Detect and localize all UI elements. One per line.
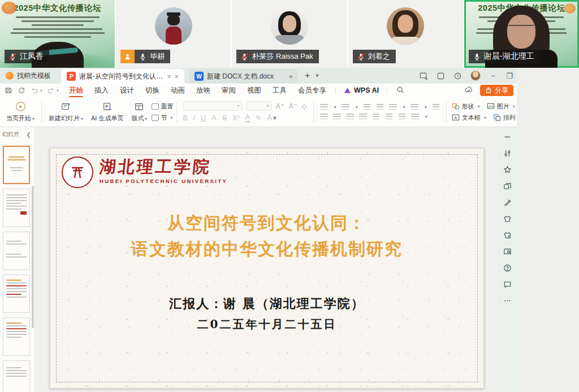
shapes-button[interactable]: 形状▾ [452, 102, 480, 111]
menu-view[interactable]: 视图 [241, 84, 267, 97]
share-button[interactable]: 分享 [480, 85, 513, 96]
text-direction-icon[interactable] [389, 104, 397, 110]
shapes-panel-icon[interactable] [503, 182, 512, 190]
phonetic-guide-button[interactable]: Ä▾ [267, 114, 276, 122]
tab-list-chevron-icon[interactable]: ▼ [314, 73, 319, 79]
font-color-button[interactable]: A [245, 113, 250, 123]
cloud-sync-icon[interactable] [464, 86, 473, 95]
play-from-current-button[interactable]: 当页开始▾ [2, 102, 38, 123]
new-slide-button[interactable]: 新建幻灯片▾ [45, 102, 87, 123]
numbered-list-icon[interactable] [342, 104, 349, 110]
quickbar-chevron-icon[interactable]: ▾ [57, 88, 59, 93]
justify-icon[interactable] [359, 114, 367, 120]
slide[interactable]: 湖北理工学院 HUBEI POLYTECHNIC UNIVERSITY 从空间符… [50, 148, 484, 389]
slide-thumbnail-3[interactable] [3, 232, 30, 270]
textbox-button[interactable]: A 文本框▾ [452, 114, 486, 122]
participant-tile-4[interactable]: 刘着之 [348, 0, 463, 68]
name-tag: 毕耕 [135, 50, 170, 63]
convert-smartart-icon[interactable] [433, 104, 439, 110]
strikethrough-button[interactable]: S [222, 114, 227, 122]
section-button[interactable]: 节▾ [152, 114, 174, 122]
tab-close-icon[interactable]: × [174, 72, 179, 81]
theme-clothes-icon[interactable] [503, 215, 512, 223]
menu-member[interactable]: 会员专享 [292, 84, 332, 97]
decrease-indent-icon[interactable] [364, 104, 370, 110]
reset-button[interactable]: 重置 [152, 102, 174, 111]
italic-button[interactable]: I [193, 114, 195, 122]
undo-icon[interactable] [31, 86, 38, 94]
menu-review[interactable]: 审阅 [216, 84, 241, 97]
history-clock-icon[interactable] [453, 72, 462, 80]
avatar [271, 7, 308, 45]
save-icon[interactable] [5, 86, 12, 94]
participant-tile-3[interactable]: 朴莱莎 Raissa Pak [232, 0, 347, 68]
more-icon[interactable] [503, 297, 512, 305]
undo-chevron-icon[interactable]: ▾ [40, 88, 42, 93]
layout-button[interactable]: 版式▾ [127, 102, 151, 123]
material-brush-icon[interactable] [503, 198, 512, 207]
line-spacing-icon[interactable] [411, 104, 418, 110]
menu-slideshow[interactable]: 放映 [191, 84, 216, 97]
slide-canvas[interactable]: 湖北理工学院 HUBEI POLYTECHNIC UNIVERSITY 从空间符… [35, 127, 498, 392]
char-shadow-button[interactable]: A [211, 114, 216, 122]
slide-thumbnail-6[interactable] [3, 360, 30, 392]
screenshot-icon[interactable] [420, 72, 428, 80]
menu-animation[interactable]: 动画 [165, 84, 191, 97]
help-icon[interactable] [503, 264, 512, 272]
align-right-icon[interactable] [346, 114, 354, 120]
tab-presentation[interactable]: P 谢晨-从空间符号到文化认同： ≡ × [61, 69, 184, 84]
increase-indent-icon[interactable] [377, 104, 383, 110]
favorites-star-icon[interactable] [503, 165, 512, 174]
search-icon[interactable] [396, 86, 404, 95]
highlight-color-button[interactable]: ✎ [256, 114, 261, 122]
align-center-icon[interactable] [333, 114, 341, 120]
distribute-icon[interactable] [411, 114, 419, 120]
skin-clothes-icon[interactable] [503, 231, 512, 239]
indent-right-icon[interactable] [399, 114, 405, 120]
slide-thumbnail-5[interactable] [3, 317, 30, 356]
redo-icon[interactable] [47, 86, 55, 94]
font-name-select[interactable] [183, 101, 242, 111]
slide-thumbnail-2[interactable] [3, 189, 30, 227]
font-size-select[interactable] [247, 101, 271, 111]
window-restore-icon[interactable]: ❐ [505, 72, 513, 80]
window-minimize-icon[interactable]: − [489, 72, 497, 80]
columns-icon[interactable] [373, 114, 379, 120]
collapse-panel-icon[interactable]: ❮ [27, 132, 31, 138]
picture-button[interactable]: 图片▾ [487, 102, 515, 111]
ai-generate-page-button[interactable]: P AI 生成单页 [87, 102, 127, 123]
increase-font-icon[interactable]: A⁺ [276, 102, 284, 110]
participant-tile-1[interactable]: 2025中华文化传播论坛 江凤香 [0, 0, 115, 68]
bold-button[interactable]: B [183, 114, 188, 122]
divider [335, 87, 336, 94]
user-avatar[interactable] [470, 71, 481, 81]
slide-thumbnail-4[interactable] [3, 275, 30, 313]
menu-home[interactable]: 开始 [63, 84, 89, 97]
superscript-button[interactable]: X² [232, 114, 240, 122]
tab-menu-icon[interactable]: ≡ [167, 73, 171, 80]
menu-transition[interactable]: 切换 [140, 84, 165, 97]
slide-thumbnail-1[interactable] [3, 146, 30, 184]
layout-frame-icon[interactable] [437, 72, 445, 80]
menu-insert[interactable]: 插入 [89, 84, 114, 97]
tab-document[interactable]: W 新建 DOCX 文档.docx [189, 69, 298, 84]
wps-ai-button[interactable]: WPS AI [339, 86, 383, 94]
decrease-font-icon[interactable]: A⁻ [289, 102, 297, 110]
underline-button[interactable]: U [201, 114, 206, 122]
properties-sliders-icon[interactable] [503, 149, 512, 158]
participant-tile-2[interactable]: 毕耕 [116, 0, 231, 68]
indent-left-icon[interactable] [386, 114, 392, 120]
bullet-list-icon[interactable] [320, 104, 328, 110]
clear-format-icon[interactable]: ◇ [302, 102, 307, 110]
thumbnail-scrollbar[interactable] [32, 186, 34, 328]
sync-icon[interactable] [18, 86, 25, 94]
collapse-strip-icon[interactable] [503, 133, 512, 141]
align-left-icon[interactable] [320, 114, 328, 120]
comment-bubble-icon[interactable] [503, 280, 512, 289]
participant-tile-5-active[interactable]: 2025中华文化传播论坛 谢晨-湖北理工 [464, 0, 579, 68]
dictionary-search-icon[interactable] [503, 247, 512, 256]
menu-tools[interactable]: 工具 [267, 84, 292, 97]
docer-template-button[interactable]: 找稻壳模板 [0, 68, 61, 84]
new-tab-button[interactable]: + [305, 71, 310, 80]
menu-design[interactable]: 设计 [114, 84, 140, 97]
